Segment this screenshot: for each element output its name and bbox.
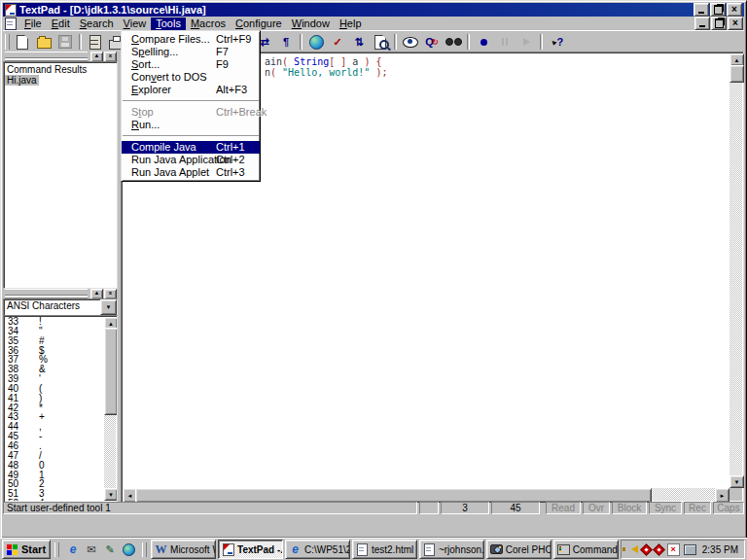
replace-button[interactable]: Q↻ — [421, 32, 443, 52]
restore-button[interactable] — [710, 3, 726, 17]
menu-search[interactable]: Search — [75, 18, 119, 30]
view-document-button[interactable] — [400, 32, 421, 52]
taskbar-grip[interactable] — [54, 542, 59, 557]
menu-window[interactable]: Window — [287, 18, 335, 30]
menu-item-run-java-applet[interactable]: Run Java AppletCtrl+3 — [122, 166, 260, 179]
document-item-hi-java[interactable]: Hi.java — [5, 75, 116, 86]
ansi-char-row[interactable]: 33! — [5, 317, 104, 327]
ansi-char-row[interactable]: 35# — [5, 336, 104, 346]
pane-dock-button[interactable]: ▲ — [90, 52, 103, 62]
ansi-char-row[interactable]: 491 — [5, 471, 104, 480]
document-item-command-results[interactable]: Command Results — [5, 64, 116, 75]
menu-item-stop[interactable]: StopCtrl+Break — [122, 106, 260, 119]
task-test2-html-n[interactable]: test2.html - N... — [352, 540, 417, 559]
mdi-close-button[interactable]: × — [728, 17, 743, 30]
minimize-button[interactable] — [694, 3, 709, 17]
search-results-button[interactable] — [443, 32, 464, 52]
scrollbar-thumb[interactable] — [104, 328, 118, 415]
clipbook-select[interactable]: ANSI Characters ▼ — [3, 298, 118, 316]
menu-item-convert-to-dos[interactable]: Convert to DOS — [122, 71, 260, 84]
editor-hscrollbar[interactable]: ◄ ► — [123, 488, 729, 501]
task-corel-phot[interactable]: Corel PHOT... — [486, 540, 551, 559]
open-file-button[interactable] — [33, 32, 54, 52]
document-system-menu-icon[interactable] — [5, 18, 17, 30]
menu-item-spelling[interactable]: Spelling...F7 — [122, 46, 260, 58]
ansi-char-row[interactable]: 40( — [5, 384, 104, 394]
find-in-files-button[interactable] — [370, 32, 391, 52]
internet-explorer-icon[interactable]: e — [65, 542, 81, 557]
web-browse-button[interactable] — [305, 32, 327, 52]
spell-check-button[interactable]: ✓ — [327, 32, 348, 52]
task-command-pr[interactable]: Command Pr... — [553, 540, 619, 559]
task-rjohnson-ht[interactable]: ~rjohnson.ht... — [419, 540, 484, 559]
ansi-char-row[interactable]: 36$ — [5, 346, 104, 356]
paragraph-marks-button[interactable]: ¶ — [275, 32, 297, 52]
menu-help[interactable]: Help — [335, 18, 367, 30]
document-selector-header[interactable]: ▲ x — [3, 52, 118, 61]
ansi-char-row[interactable]: 45- — [5, 432, 104, 441]
ansi-char-row[interactable]: 34" — [5, 327, 104, 336]
clipbook-scrollbar[interactable]: ▲ ▼ — [104, 317, 116, 501]
context-help-button[interactable]: ▲? — [546, 32, 567, 52]
editor-vscrollbar[interactable]: ▲ ▼ — [729, 53, 742, 488]
ansi-char-row[interactable]: 502 — [5, 479, 104, 489]
ansi-char-row[interactable]: 43+ — [5, 412, 104, 422]
mdi-minimize-button[interactable] — [694, 17, 710, 30]
menu-item-sort[interactable]: Sort...F9 — [122, 58, 260, 71]
ansi-char-row[interactable]: 480 — [5, 461, 104, 471]
menu-macros[interactable]: Macros — [186, 18, 231, 30]
pane-close-button[interactable]: x — [104, 289, 117, 299]
menu-item-compare-files[interactable]: Compare Files...Ctrl+F9 — [122, 33, 260, 46]
av-diamond-2-icon[interactable] — [655, 545, 663, 554]
code-text[interactable]: ain( String[ ] a ) {n( "Hello, world!" )… — [265, 57, 387, 78]
task-c-wp51-21[interactable]: eC:\WP51\21... — [285, 540, 350, 559]
task-microsoft-w[interactable]: WMicrosoft W... — [151, 540, 216, 559]
volume-icon[interactable] — [625, 545, 638, 553]
start-button[interactable]: Start — [2, 540, 51, 559]
ansi-char-row[interactable]: 42* — [5, 403, 104, 413]
menu-item-explorer[interactable]: ExplorerAlt+F3 — [122, 84, 260, 96]
record-macro-button[interactable] — [473, 32, 494, 52]
ansi-char-row[interactable]: 38& — [5, 365, 104, 374]
av-diamond-icon[interactable] — [642, 545, 651, 554]
save-file-button[interactable] — [54, 32, 76, 52]
play-macro-button[interactable] — [516, 32, 537, 52]
ansi-char-row[interactable]: 44, — [5, 422, 104, 432]
ansi-char-row[interactable]: 46. — [5, 441, 104, 451]
menu-file[interactable]: File — [19, 18, 47, 30]
scroll-right-button[interactable]: ► — [715, 488, 729, 503]
pane-close-button[interactable]: x — [104, 52, 117, 62]
scrollbar-thumb[interactable] — [135, 488, 652, 503]
scrollbar-thumb[interactable] — [729, 65, 744, 83]
task-textpad[interactable]: TextPad -... — [218, 540, 283, 559]
menu-configure[interactable]: Configure — [231, 18, 287, 30]
menu-edit[interactable]: Edit — [47, 18, 75, 30]
outlook-express-icon[interactable]: ✉ — [84, 542, 99, 557]
menu-item-run[interactable]: Run... — [122, 119, 260, 131]
ansi-char-row[interactable]: 39' — [5, 374, 104, 384]
display-icon[interactable] — [684, 544, 696, 555]
menu-item-compile-java[interactable]: Compile JavaCtrl+1 — [122, 141, 260, 154]
ansi-char-row[interactable]: 524 — [5, 499, 104, 501]
pane-dock-button[interactable]: ▲ — [90, 289, 103, 299]
ansi-char-row[interactable]: 41) — [5, 394, 104, 403]
close-button[interactable]: × — [727, 3, 742, 17]
task-x-icon[interactable]: × — [667, 543, 680, 556]
ansi-char-row[interactable]: 37% — [5, 355, 104, 365]
menu-view[interactable]: View — [119, 18, 152, 30]
combo-dropdown-button[interactable]: ▼ — [100, 299, 117, 315]
menu-item-run-java-application[interactable]: Run Java ApplicationCtrl+2 — [122, 154, 260, 166]
pause-macro-button[interactable] — [494, 32, 516, 52]
toolbar-grip[interactable] — [5, 34, 10, 50]
scroll-down-button[interactable]: ▼ — [104, 488, 118, 501]
textpad-app-icon[interactable] — [5, 4, 17, 17]
ansi-char-row[interactable]: 513 — [5, 489, 104, 499]
scroll-down-button[interactable]: ▼ — [729, 475, 744, 488]
taskbar-grip[interactable] — [142, 542, 147, 557]
manage-files-button[interactable] — [85, 32, 106, 52]
mdi-restore-button[interactable] — [711, 17, 727, 30]
menu-tools[interactable]: Tools — [151, 18, 186, 30]
view-channels-icon[interactable] — [121, 542, 136, 557]
new-document-button[interactable] — [12, 32, 33, 52]
sort-button[interactable]: ⇅ — [348, 32, 370, 52]
